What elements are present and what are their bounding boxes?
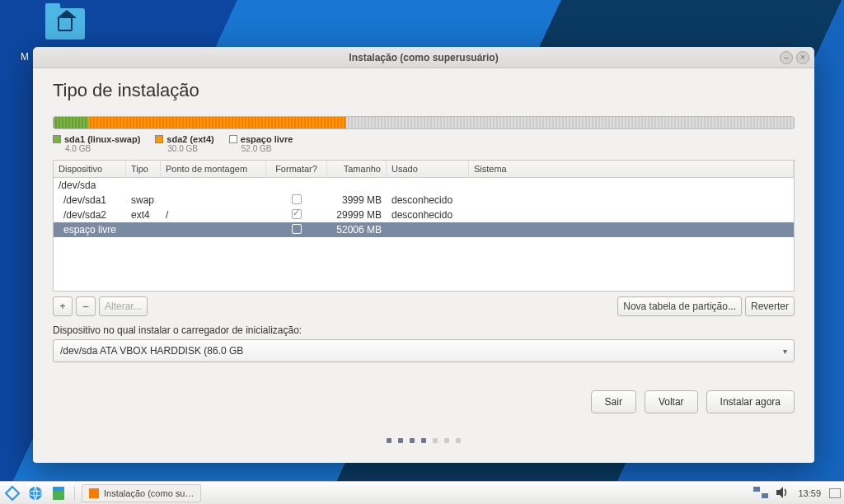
window-title: Instalação (como superusuário) [38, 52, 809, 63]
taskbar: Instalação (como su… 13:59 [0, 481, 844, 504]
legend-sublabel: 30.0 GB [167, 144, 213, 153]
cell-mount [161, 184, 266, 186]
disk-legend: sda1 (linux-swap)4.0 GBsda2 (ext4)30.0 G… [53, 134, 795, 153]
cell-device: espaço livre [54, 223, 126, 236]
svg-point-1 [29, 487, 42, 500]
add-partition-button[interactable]: + [53, 296, 73, 316]
clock[interactable]: 13:59 [798, 488, 821, 498]
taskbar-entry-installer[interactable]: Instalação (como su… [82, 484, 201, 502]
pager-dot [433, 438, 438, 443]
cell-system [469, 184, 794, 186]
cell-type [126, 184, 161, 186]
table-row[interactable]: /dev/sda [54, 178, 794, 193]
col-used[interactable]: Usado [387, 161, 469, 178]
cell-format [266, 184, 327, 186]
cell-system [469, 199, 794, 201]
quit-button[interactable]: Sair [591, 390, 636, 413]
partition-table: Dispositivo Tipo Ponto de montagem Forma… [53, 160, 795, 292]
pager-dot [387, 438, 392, 443]
col-system[interactable]: Sistema [469, 161, 794, 178]
table-header-row: Dispositivo Tipo Ponto de montagem Forma… [54, 161, 794, 178]
legend-item: sda2 (ext4)30.0 GB [155, 134, 213, 153]
cell-type [126, 229, 161, 231]
install-now-button[interactable]: Instalar agora [706, 390, 795, 413]
installer-task-icon [89, 488, 99, 498]
pager-dot [421, 438, 426, 443]
svg-rect-4 [53, 487, 64, 491]
cell-size [327, 184, 387, 186]
cell-device: /dev/sda1 [54, 194, 126, 207]
disk-usage-bar [53, 116, 795, 129]
legend-sublabel: 4.0 GB [65, 144, 140, 153]
cell-size: 52006 MB [327, 223, 387, 236]
svg-marker-7 [776, 487, 783, 498]
col-device[interactable]: Dispositivo [54, 161, 126, 178]
legend-sublabel: 52.0 GB [241, 144, 293, 153]
cell-format [266, 208, 327, 222]
start-menu-icon[interactable] [3, 484, 21, 502]
col-type[interactable]: Tipo [126, 161, 161, 178]
revert-button[interactable]: Reverter [745, 296, 795, 316]
cell-mount [161, 199, 266, 201]
new-partition-table-button[interactable]: Nova tabela de partição... [617, 296, 742, 316]
close-button[interactable]: × [796, 51, 809, 64]
cell-format [266, 223, 327, 237]
page-title: Tipo de instalação [53, 80, 795, 101]
disk-segment [54, 117, 88, 128]
back-button[interactable]: Voltar [645, 390, 698, 413]
remove-partition-button[interactable]: – [76, 296, 96, 316]
format-checkbox[interactable] [292, 209, 302, 219]
table-row[interactable]: /dev/sda2ext4/29999 MBdesconhecido [54, 208, 794, 222]
cell-type: ext4 [126, 208, 161, 222]
step-pager [53, 438, 795, 443]
pager-dot [398, 438, 403, 443]
legend-swatch [229, 135, 237, 143]
cell-size: 3999 MB [327, 194, 387, 207]
table-row[interactable]: /dev/sda1swap3999 MBdesconhecido [54, 193, 794, 208]
taskbar-entry-label: Instalação (como su… [104, 488, 194, 498]
pager-dot [410, 438, 415, 443]
cell-used [387, 184, 469, 186]
table-row[interactable]: espaço livre52006 MB [54, 222, 794, 237]
disk-segment [88, 117, 346, 128]
workspace-pager[interactable] [829, 488, 841, 498]
browser-icon[interactable] [26, 484, 45, 502]
volume-icon[interactable] [776, 487, 790, 500]
cell-device: /dev/sda [54, 179, 126, 192]
installer-window: Instalação (como superusuário) – × Tipo … [33, 47, 814, 463]
cell-mount: / [161, 208, 266, 222]
minimize-button[interactable]: – [780, 51, 793, 64]
partition-toolbar: + – Alterar... Nova tabela de partição..… [53, 296, 795, 316]
legend-item: sda1 (linux-swap)4.0 GB [53, 134, 140, 153]
cell-used: desconhecido [387, 208, 469, 222]
legend-label: sda1 (linux-swap) [64, 134, 140, 144]
bootloader-value: /dev/sda ATA VBOX HARDDISK (86.0 GB [60, 345, 243, 357]
desktop-home-folder[interactable] [45, 8, 85, 40]
cell-used: desconhecido [387, 194, 469, 207]
legend-swatch [155, 135, 163, 143]
format-checkbox[interactable] [292, 194, 302, 204]
cell-device: /dev/sda2 [54, 208, 126, 222]
titlebar[interactable]: Instalação (como superusuário) – × [33, 47, 814, 68]
disk-segment [346, 117, 794, 128]
pager-dot [444, 438, 449, 443]
cell-size: 29999 MB [327, 208, 387, 222]
bootloader-label: Dispositivo no qual instalar o carregado… [53, 324, 795, 336]
change-partition-button[interactable]: Alterar... [99, 296, 148, 316]
col-size[interactable]: Tamanho [327, 161, 387, 178]
svg-marker-0 [6, 487, 19, 500]
cell-system [469, 229, 794, 231]
col-mount[interactable]: Ponto de montagem [161, 161, 266, 178]
pager-dot [456, 438, 461, 443]
cell-mount [161, 229, 266, 231]
legend-swatch [53, 135, 61, 143]
svg-rect-6 [762, 493, 768, 498]
files-icon[interactable] [49, 484, 68, 502]
cell-used [387, 229, 469, 231]
col-format[interactable]: Formatar? [266, 161, 327, 178]
format-checkbox[interactable] [292, 224, 302, 234]
folder-icon [45, 8, 85, 40]
bootloader-device-combo[interactable]: /dev/sda ATA VBOX HARDDISK (86.0 GB [53, 339, 795, 362]
legend-label: sda2 (ext4) [166, 134, 213, 144]
network-icon[interactable] [753, 487, 768, 500]
